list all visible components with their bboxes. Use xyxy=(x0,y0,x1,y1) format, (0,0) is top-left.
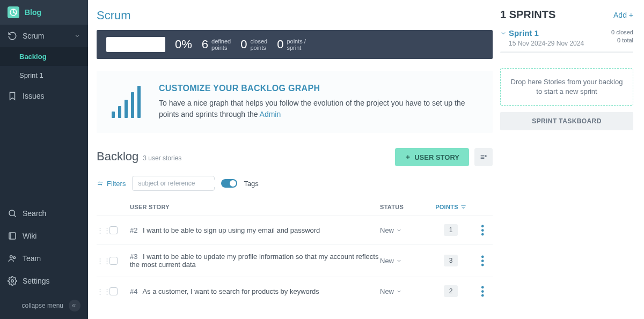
sort-icon xyxy=(460,204,466,210)
book-icon xyxy=(8,231,17,241)
svg-rect-2 xyxy=(9,233,16,239)
col-subject: USER STORY xyxy=(123,204,380,210)
story-checkbox[interactable] xyxy=(109,287,118,295)
sprints-title: 1 SPRINTS xyxy=(500,9,555,21)
sprint-taskboard-button[interactable]: SPRINT TASKBOARD xyxy=(500,112,633,130)
story-points[interactable]: 3 xyxy=(444,255,458,266)
metric-defined: 6 definedpoints xyxy=(202,38,231,51)
add-sprint-link[interactable]: Add + xyxy=(613,11,633,19)
team-icon xyxy=(8,254,17,263)
drag-handle-icon[interactable]: ⋮⋮ xyxy=(97,226,109,234)
story-points[interactable]: 2 xyxy=(444,285,458,297)
sidebar-subitem-backlog[interactable]: Backlog xyxy=(0,47,88,66)
svg-point-3 xyxy=(10,256,13,258)
sidebar-label-wiki: Wiki xyxy=(23,232,36,240)
customize-title: CUSTOMIZE YOUR BACKLOG GRAPH xyxy=(159,84,478,93)
plus-icon xyxy=(405,154,411,160)
story-ref[interactable]: #3 xyxy=(130,253,137,261)
search-box[interactable] xyxy=(132,176,215,191)
bars-graphic-icon xyxy=(112,86,141,118)
tags-toggle[interactable] xyxy=(221,179,237,188)
main: Scrum 0% 6 definedpoints 0 closedpoints … xyxy=(88,0,644,319)
sidebar-label-issues: Issues xyxy=(23,92,44,100)
story-points[interactable]: 1 xyxy=(444,224,458,236)
sidebar: Blog Scrum Backlog Sprint 1 Issues Searc… xyxy=(0,0,88,319)
customize-text: To have a nice graph that helps you foll… xyxy=(159,98,478,120)
gear-icon xyxy=(8,276,17,286)
list-plus-icon xyxy=(479,153,488,161)
sidebar-item-scrum[interactable]: Scrum xyxy=(0,25,88,47)
story-row: ⋮⋮ #3 I want to be able to update my pro… xyxy=(97,244,493,277)
sprint-dropzone[interactable]: Drop here Stories from your backlog to s… xyxy=(500,68,633,106)
sprint-dates: 15 Nov 2024-29 Nov 2024 xyxy=(509,40,584,47)
stats-percent: 0% xyxy=(175,38,192,51)
story-subject[interactable]: I want to be able to sign up using my em… xyxy=(143,226,320,234)
sidebar-label-blog: Blog xyxy=(25,8,41,17)
tags-label: Tags xyxy=(244,180,258,188)
page-title: Scrum xyxy=(97,9,493,23)
sidebar-item-wiki[interactable]: Wiki xyxy=(0,225,88,247)
drag-handle-icon[interactable]: ⋮⋮ xyxy=(97,287,109,295)
sprint-total: 0 total xyxy=(611,36,633,44)
svg-point-5 xyxy=(11,280,14,283)
kebab-icon[interactable]: ●●● xyxy=(480,255,486,267)
filters-button[interactable]: Filters xyxy=(97,180,126,188)
story-checkbox[interactable] xyxy=(109,226,118,234)
collapse-menu[interactable]: collapse menu xyxy=(0,292,88,319)
table-header: USER STORY STATUS POINTS xyxy=(97,191,493,216)
admin-link[interactable]: Admin xyxy=(260,110,281,118)
svg-point-4 xyxy=(13,257,16,259)
story-status[interactable]: New xyxy=(380,287,428,295)
backlog-count: 3 user stories xyxy=(143,154,181,162)
col-status: STATUS xyxy=(380,204,428,210)
kebab-icon[interactable]: ●●● xyxy=(480,224,486,236)
svg-point-1 xyxy=(9,210,15,216)
backlog-title: Backlog xyxy=(97,150,138,164)
sprint-name[interactable]: Sprint 1 xyxy=(500,28,584,38)
bulk-add-button[interactable] xyxy=(474,148,493,166)
sidebar-item-issues[interactable]: Issues xyxy=(0,85,88,107)
sidebar-item-settings[interactable]: Settings xyxy=(0,270,88,292)
sprint-closed: 0 closed xyxy=(611,28,633,36)
sliders-icon xyxy=(97,180,104,187)
search-icon xyxy=(8,209,17,218)
search-input[interactable] xyxy=(138,180,218,187)
kebab-icon[interactable]: ●●● xyxy=(480,285,486,298)
sidebar-item-team[interactable]: Team xyxy=(0,247,88,270)
story-checkbox[interactable] xyxy=(109,257,118,265)
sidebar-subitem-sprint1[interactable]: Sprint 1 xyxy=(0,66,88,85)
story-row: ⋮⋮ #2 I want to be able to sign up using… xyxy=(97,216,493,244)
col-points[interactable]: POINTS xyxy=(428,204,473,210)
project-logo xyxy=(8,6,19,18)
sprint-progress xyxy=(500,51,633,53)
collapse-icon xyxy=(69,300,80,311)
stats-bar: 0% 6 definedpoints 0 closedpoints 0 poin… xyxy=(97,30,493,59)
sprint-card: Sprint 1 15 Nov 2024-29 Nov 2024 0 close… xyxy=(500,28,633,58)
sidebar-item-blog[interactable]: Blog xyxy=(0,0,88,25)
metric-closed: 0 closedpoints xyxy=(240,38,267,51)
sidebar-label-scrum: Scrum xyxy=(23,32,44,40)
sidebar-item-search[interactable]: Search xyxy=(0,202,88,225)
metric-points-sprint: 0 points /sprint xyxy=(277,38,306,51)
add-user-story-button[interactable]: USER STORY xyxy=(395,148,469,166)
story-subject[interactable]: As a customer, I want to search for prod… xyxy=(142,287,319,295)
customize-card: CUSTOMIZE YOUR BACKLOG GRAPH To have a n… xyxy=(97,71,493,133)
story-ref[interactable]: #2 xyxy=(130,226,137,234)
sidebar-label-team: Team xyxy=(23,254,41,263)
story-ref[interactable]: #4 xyxy=(130,287,137,295)
sidebar-label-settings: Settings xyxy=(23,277,50,285)
story-status[interactable]: New xyxy=(380,257,428,265)
progress-box xyxy=(106,37,165,52)
story-status[interactable]: New xyxy=(380,226,428,234)
story-subject[interactable]: I want to be able to update my profile i… xyxy=(130,253,378,269)
story-row: ⋮⋮ #4 As a customer, I want to search fo… xyxy=(97,277,493,305)
drag-handle-icon[interactable]: ⋮⋮ xyxy=(97,257,109,265)
chevron-down-icon xyxy=(74,33,80,39)
refresh-icon xyxy=(8,31,17,41)
chevron-down-icon xyxy=(396,288,402,294)
collapse-label: collapse menu xyxy=(22,302,63,309)
chevron-down-icon xyxy=(500,30,507,36)
chevron-down-icon xyxy=(396,258,402,264)
chevron-down-icon xyxy=(396,227,402,233)
sidebar-label-search: Search xyxy=(23,209,46,218)
